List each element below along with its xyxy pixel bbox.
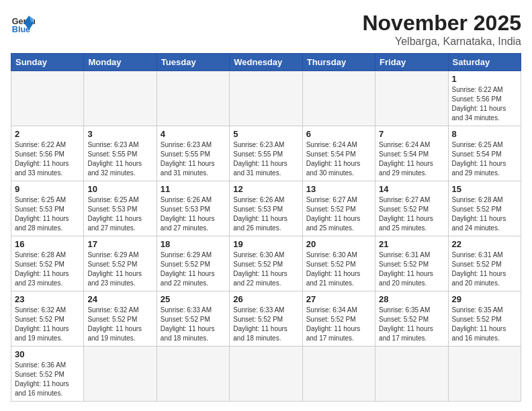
day-number: 6 (306, 129, 371, 139)
day-number: 17 (87, 239, 152, 249)
table-row: 23Sunrise: 6:32 AMSunset: 5:52 PMDayligh… (11, 291, 84, 347)
day-info: Sunrise: 6:29 AMSunset: 5:52 PMDaylight:… (161, 250, 226, 288)
header-tuesday: Tuesday (157, 54, 229, 71)
day-info: Sunrise: 6:27 AMSunset: 5:52 PMDaylight:… (306, 195, 371, 233)
day-number: 4 (161, 129, 226, 139)
table-row: 3Sunrise: 6:23 AMSunset: 5:55 PMDaylight… (84, 126, 157, 181)
table-row: 28Sunrise: 6:35 AMSunset: 5:52 PMDayligh… (375, 291, 448, 347)
header-monday: Monday (84, 54, 157, 71)
table-row: 15Sunrise: 6:28 AMSunset: 5:52 PMDayligh… (448, 181, 521, 236)
day-number: 7 (379, 129, 444, 139)
day-number: 19 (233, 239, 298, 249)
table-row (84, 347, 157, 402)
table-row (302, 71, 375, 126)
table-row: 22Sunrise: 6:31 AMSunset: 5:52 PMDayligh… (448, 236, 521, 291)
day-info: Sunrise: 6:24 AMSunset: 5:54 PMDaylight:… (306, 140, 371, 178)
day-number: 25 (161, 294, 226, 304)
table-row: 18Sunrise: 6:29 AMSunset: 5:52 PMDayligh… (157, 236, 229, 291)
day-number: 22 (452, 239, 517, 249)
table-row: 19Sunrise: 6:30 AMSunset: 5:52 PMDayligh… (230, 236, 302, 291)
table-row: 20Sunrise: 6:30 AMSunset: 5:52 PMDayligh… (302, 236, 375, 291)
day-number: 15 (452, 184, 517, 194)
table-row (84, 71, 157, 126)
day-info: Sunrise: 6:32 AMSunset: 5:52 PMDaylight:… (15, 306, 80, 343)
calendar-row: 16Sunrise: 6:28 AMSunset: 5:52 PMDayligh… (11, 236, 521, 291)
day-info: Sunrise: 6:28 AMSunset: 5:52 PMDaylight:… (15, 250, 80, 288)
day-info: Sunrise: 6:35 AMSunset: 5:52 PMDaylight:… (379, 306, 444, 343)
day-info: Sunrise: 6:31 AMSunset: 5:52 PMDaylight:… (452, 250, 517, 288)
table-row (157, 71, 229, 126)
day-info: Sunrise: 6:34 AMSunset: 5:52 PMDaylight:… (306, 306, 371, 343)
month-title: November 2025 (362, 11, 521, 36)
table-row (302, 347, 375, 402)
table-row (230, 71, 302, 126)
day-number: 13 (306, 184, 371, 194)
header-saturday: Saturday (448, 54, 521, 71)
day-number: 14 (379, 184, 444, 194)
day-number: 12 (233, 184, 298, 194)
calendar-row: 23Sunrise: 6:32 AMSunset: 5:52 PMDayligh… (11, 291, 521, 347)
table-row (448, 347, 521, 402)
day-info: Sunrise: 6:22 AMSunset: 5:56 PMDaylight:… (452, 85, 517, 123)
table-row (230, 347, 302, 402)
day-number: 27 (306, 294, 371, 304)
day-number: 5 (233, 129, 298, 139)
day-info: Sunrise: 6:29 AMSunset: 5:52 PMDaylight:… (87, 250, 152, 288)
logo-icon: General Blue (11, 11, 35, 35)
table-row: 7Sunrise: 6:24 AMSunset: 5:54 PMDaylight… (375, 126, 448, 181)
page-header: General Blue November 2025 Yelbarga, Kar… (11, 11, 521, 48)
day-number: 1 (452, 74, 517, 84)
table-row (11, 71, 84, 126)
day-number: 30 (15, 349, 80, 359)
title-area: November 2025 Yelbarga, Karnataka, India (362, 11, 521, 48)
header-friday: Friday (375, 54, 448, 71)
table-row: 17Sunrise: 6:29 AMSunset: 5:52 PMDayligh… (84, 236, 157, 291)
table-row (157, 347, 229, 402)
day-number: 2 (15, 129, 80, 139)
day-info: Sunrise: 6:23 AMSunset: 5:55 PMDaylight:… (87, 140, 152, 178)
location-title: Yelbarga, Karnataka, India (362, 36, 521, 48)
day-number: 28 (379, 294, 444, 304)
day-number: 29 (452, 294, 517, 304)
day-number: 21 (379, 239, 444, 249)
calendar-row: 30Sunrise: 6:36 AMSunset: 5:52 PMDayligh… (11, 347, 521, 402)
calendar-row: 9Sunrise: 6:25 AMSunset: 5:53 PMDaylight… (11, 181, 521, 236)
table-row: 14Sunrise: 6:27 AMSunset: 5:52 PMDayligh… (375, 181, 448, 236)
table-row: 29Sunrise: 6:35 AMSunset: 5:52 PMDayligh… (448, 291, 521, 347)
calendar: Sunday Monday Tuesday Wednesday Thursday… (11, 53, 521, 402)
day-info: Sunrise: 6:23 AMSunset: 5:55 PMDaylight:… (161, 140, 226, 178)
day-info: Sunrise: 6:25 AMSunset: 5:53 PMDaylight:… (15, 195, 80, 233)
day-info: Sunrise: 6:23 AMSunset: 5:55 PMDaylight:… (233, 140, 298, 178)
table-row: 12Sunrise: 6:26 AMSunset: 5:53 PMDayligh… (230, 181, 302, 236)
day-number: 23 (15, 294, 80, 304)
table-row: 30Sunrise: 6:36 AMSunset: 5:52 PMDayligh… (11, 347, 84, 402)
table-row: 21Sunrise: 6:31 AMSunset: 5:52 PMDayligh… (375, 236, 448, 291)
logo: General Blue (11, 11, 35, 35)
day-info: Sunrise: 6:33 AMSunset: 5:52 PMDaylight:… (161, 306, 226, 343)
day-number: 18 (161, 239, 226, 249)
day-info: Sunrise: 6:26 AMSunset: 5:53 PMDaylight:… (233, 195, 298, 233)
day-number: 26 (233, 294, 298, 304)
day-info: Sunrise: 6:25 AMSunset: 5:53 PMDaylight:… (87, 195, 152, 233)
day-number: 8 (452, 129, 517, 139)
day-number: 16 (15, 239, 80, 249)
weekday-header-row: Sunday Monday Tuesday Wednesday Thursday… (11, 54, 521, 71)
day-number: 3 (87, 129, 152, 139)
day-number: 10 (87, 184, 152, 194)
table-row: 1Sunrise: 6:22 AMSunset: 5:56 PMDaylight… (448, 71, 521, 126)
day-info: Sunrise: 6:27 AMSunset: 5:52 PMDaylight:… (379, 195, 444, 233)
day-info: Sunrise: 6:35 AMSunset: 5:52 PMDaylight:… (452, 306, 517, 343)
day-info: Sunrise: 6:31 AMSunset: 5:52 PMDaylight:… (379, 250, 444, 288)
table-row: 25Sunrise: 6:33 AMSunset: 5:52 PMDayligh… (157, 291, 229, 347)
day-number: 9 (15, 184, 80, 194)
day-info: Sunrise: 6:33 AMSunset: 5:52 PMDaylight:… (233, 306, 298, 343)
day-number: 11 (161, 184, 226, 194)
day-info: Sunrise: 6:22 AMSunset: 5:56 PMDaylight:… (15, 140, 80, 178)
table-row: 24Sunrise: 6:32 AMSunset: 5:52 PMDayligh… (84, 291, 157, 347)
table-row: 6Sunrise: 6:24 AMSunset: 5:54 PMDaylight… (302, 126, 375, 181)
table-row (375, 347, 448, 402)
table-row: 4Sunrise: 6:23 AMSunset: 5:55 PMDaylight… (157, 126, 229, 181)
day-info: Sunrise: 6:24 AMSunset: 5:54 PMDaylight:… (379, 140, 444, 178)
day-info: Sunrise: 6:26 AMSunset: 5:53 PMDaylight:… (161, 195, 226, 233)
day-info: Sunrise: 6:25 AMSunset: 5:54 PMDaylight:… (452, 140, 517, 178)
